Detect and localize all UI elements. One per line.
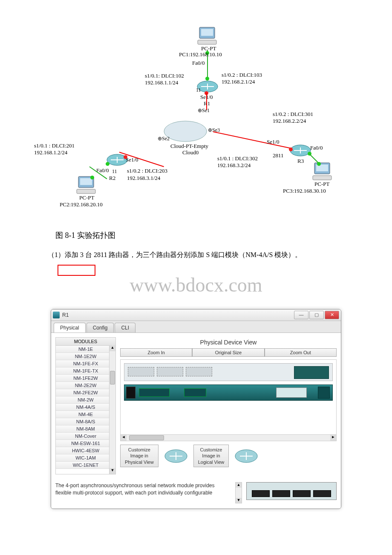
r2-port11: 11: [112, 168, 117, 175]
cloud-se2-label: ⊕Se2: [158, 136, 170, 142]
figure-caption: 图 8-1 实验拓扑图: [55, 230, 358, 240]
r2-s2ip: 192.168.3.1/24: [127, 175, 160, 182]
zoom-in-button[interactable]: Zoom In: [120, 348, 192, 357]
module-item[interactable]: NM-8A/S: [56, 418, 115, 425]
pc3-name: PC-PT: [314, 181, 329, 188]
module-item[interactable]: NM-1E: [56, 346, 115, 353]
module-item[interactable]: NM-1FE2W: [56, 375, 115, 382]
tabs-row: Physical Config CLI: [51, 321, 341, 333]
module-description: The 4-port asynchronous/synchronous seri…: [55, 482, 231, 503]
r3-se: Se1/0: [267, 139, 280, 145]
modules-panel: MODULES NM-1E NM-1E2W NM-1FE-FX NM-1FE-T…: [55, 337, 116, 474]
app-icon: [53, 312, 60, 318]
step-text: （1）添加 3 台 2811 路由器，为三个路由器分别添加 S 端口模块（NM-…: [34, 249, 358, 260]
r1-s2: s1/0.2 : DLCI:103: [222, 72, 262, 78]
window-title: R1: [62, 312, 293, 318]
pc3-icon: [311, 161, 333, 183]
pc3-label: PC3:192.168.30.10: [283, 188, 326, 194]
module-item[interactable]: NM-1FE-TX: [56, 367, 115, 375]
module-item[interactable]: NM-2E2W: [56, 382, 115, 389]
customize-physical-button[interactable]: Customize Image in Physical View: [120, 445, 159, 467]
r2-s1: s1/0.1 : DLCI:201: [34, 142, 75, 149]
svg-rect-9: [80, 178, 92, 185]
module-item[interactable]: NM-1E2W: [56, 353, 115, 360]
r2-s1ip: 192.168.1.2/24: [34, 149, 67, 156]
svg-rect-2: [198, 40, 216, 44]
r3-model: 2811: [273, 152, 284, 159]
pc2-label: PC2:192.168.20.10: [60, 201, 103, 208]
pc1-label: PC1:192.168.10.10: [179, 51, 222, 58]
module-item[interactable]: WIC-1AM: [56, 454, 115, 462]
device-image-area[interactable]: ◄►: [120, 359, 337, 441]
r2-name: R2: [109, 175, 115, 182]
red-highlight-box: [58, 265, 95, 276]
router-mini-logical-icon: [235, 449, 258, 463]
pc2-name: PC-PT: [79, 194, 94, 201]
svg-rect-14: [313, 176, 331, 180]
r1-s1ip: 192.168.1.1/24: [145, 79, 178, 86]
close-button[interactable]: ✕: [325, 311, 339, 319]
module-item[interactable]: HWIC-4ESW: [56, 447, 115, 454]
r3-s1: s1/0.1 : DLCI:302: [217, 155, 258, 162]
r3-s2: s1/0.2 : DLCI:301: [273, 111, 313, 118]
modules-scrollbar[interactable]: ▲▼: [109, 345, 115, 474]
physical-device-view-title: Physical Device View: [120, 339, 337, 346]
modules-header: MODULES: [56, 338, 115, 346]
device-hscrollbar[interactable]: ◄►: [121, 434, 336, 441]
module-item[interactable]: NM-ESW-161: [56, 440, 115, 447]
r1-s2ip: 192.168.2.1/24: [222, 78, 255, 85]
zoom-out-button[interactable]: Zoom Out: [265, 348, 337, 357]
router-mini-physical-icon: [164, 449, 187, 463]
maximize-button[interactable]: ▢: [309, 311, 324, 319]
minimize-button[interactable]: —: [294, 311, 308, 319]
module-preview-image[interactable]: [246, 482, 337, 500]
module-item[interactable]: NM-2W: [56, 396, 115, 404]
tab-cli[interactable]: CLI: [115, 323, 135, 332]
module-item[interactable]: NM-2FE2W: [56, 389, 115, 396]
original-size-button[interactable]: Original Size: [192, 348, 264, 357]
router-config-window: R1 — ▢ ✕ Physical Config CLI MODULES NM-…: [51, 309, 341, 509]
svg-rect-1: [201, 29, 213, 36]
window-titlebar: R1 — ▢ ✕: [51, 309, 341, 321]
module-item[interactable]: NM-1FE-FX: [56, 360, 115, 367]
r1-s1: s1/0.1: DLCI:102: [145, 72, 184, 79]
customize-logical-button[interactable]: Customize Image in Logical View: [193, 445, 229, 467]
r1-fa-label: Fa0/0: [192, 60, 205, 66]
r2-se: Se1/0: [126, 156, 138, 163]
r3-name: R3: [297, 158, 304, 165]
module-item-nm4as[interactable]: NM-4A/S: [56, 404, 115, 411]
watermark: www.bdocx.com: [34, 274, 358, 296]
r1-port11: 11: [196, 87, 201, 93]
module-item[interactable]: NM-8AM: [56, 425, 115, 433]
r3-fa: Fa0/0: [310, 145, 323, 151]
description-scrollbar[interactable]: ▲▼: [235, 482, 242, 503]
pc1-icon: [196, 26, 218, 48]
svg-rect-10: [77, 189, 95, 194]
topology-diagram: PC-PT PC1:192.168.10.10 Fa0/0 Se1/0 R1 s…: [34, 26, 358, 222]
svg-point-6: [188, 123, 204, 135]
cloud-label: Cloud0: [182, 149, 199, 156]
router-r3-icon: [290, 144, 311, 159]
r3-s2ip: 192.168.2.2/24: [273, 118, 306, 124]
svg-point-5: [167, 123, 182, 135]
tab-config[interactable]: Config: [86, 323, 114, 332]
module-item[interactable]: NM-4E: [56, 411, 115, 418]
r2-s2: s1/0.2 : DLCI:203: [127, 168, 167, 174]
cloud-se1-label: ⊕Se1: [198, 107, 210, 114]
module-item[interactable]: NM-Cover: [56, 433, 115, 440]
module-item[interactable]: WIC-1ENET: [56, 462, 115, 469]
tab-physical[interactable]: Physical: [54, 323, 86, 332]
cloud-name: Cloud-PT-Empty: [170, 143, 208, 150]
r3-s1ip: 192.168.3.2/24: [217, 162, 251, 169]
